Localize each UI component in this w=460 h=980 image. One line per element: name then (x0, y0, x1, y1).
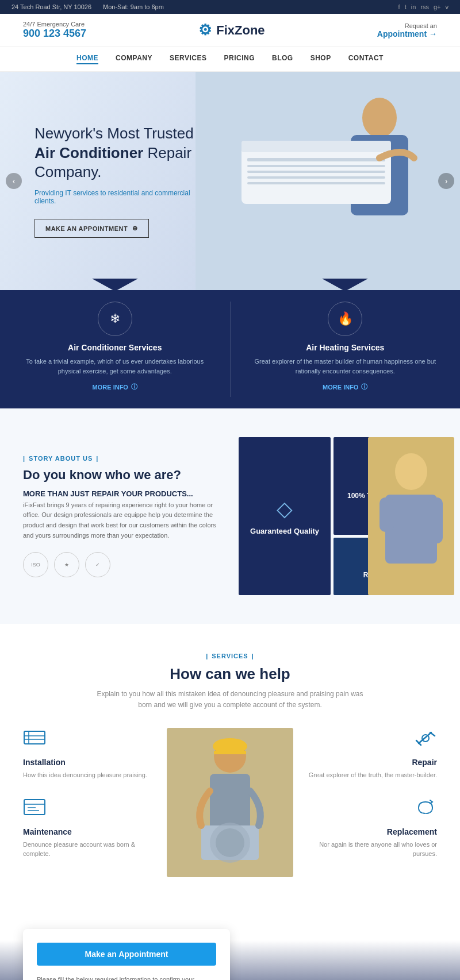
svg-rect-7 (247, 171, 385, 173)
services-band: ❄ Air Conditioner Services To take a tri… (0, 290, 460, 408)
appointment-link[interactable]: Appointment → (377, 29, 437, 38)
hero-cta-label: MAKE AN APPOINTMENT (45, 225, 128, 232)
about-tag: STORY ABOUT US (23, 455, 221, 462)
heating-service-desc: Great explorer of the master builder of … (248, 357, 443, 376)
top-bar-left: 24 Tech Road Str, NY 10026 Mon-Sat: 9am … (12, 3, 164, 10)
installation-icon (23, 728, 155, 752)
nav-pricing[interactable]: PRICING (224, 54, 255, 64)
services-grid: Installation How this idea denouncing pl… (23, 728, 437, 877)
address-text: 24 Tech Road Str, NY 10026 (12, 3, 91, 10)
heating-service-icon: 🔥 (328, 302, 362, 336)
maintenance-icon (23, 797, 155, 821)
repair-icon (305, 728, 437, 752)
svg-rect-6 (247, 165, 385, 167)
svg-rect-26 (214, 751, 246, 754)
info-circle-icon-2: ⓘ (361, 383, 367, 391)
svg-rect-19 (24, 800, 45, 815)
header-appointment: Request an Appointment → (377, 22, 437, 38)
svg-point-1 (362, 98, 397, 138)
installation-desc: How this idea denouncing pleasure praisi… (23, 770, 155, 780)
social-rss[interactable]: rss (420, 3, 429, 10)
appointment-form-title: Make an Appointment (37, 943, 216, 966)
repair-title: Repair (305, 758, 437, 767)
hero-subtitle: Providing IT services to residential and… (34, 189, 195, 205)
help-section: SERVICES How can we help Explain to you … (0, 624, 460, 906)
hero-image (195, 72, 460, 290)
hero-content: Newyork's Most Trusted Air Conditioner R… (0, 101, 230, 261)
ac-service-icon: ❄ (98, 302, 132, 336)
service-repair: Repair Great explorer of the truth, the … (305, 728, 437, 780)
nav-company[interactable]: COMPANY (116, 54, 152, 64)
appointment-right: ⏱ 24/7 Customer Care For Emergency Servi… (253, 929, 437, 980)
appointment-form-desc: Please fill the below required informati… (37, 975, 216, 980)
social-google[interactable]: g+ (434, 3, 441, 10)
guaranteed-quality-label: Guaranteed Quality (250, 527, 319, 535)
appointment-section: Make an Appointment Please fill the belo… (0, 906, 460, 980)
help-header: SERVICES How can we help Explain to you … (23, 653, 437, 711)
ac-service-title: Air Conditioner Services (17, 343, 213, 352)
info-circle-icon: ⓘ (131, 383, 137, 391)
social-linkedin[interactable]: in (411, 3, 416, 10)
heating-more-info[interactable]: MORE INFO ⓘ (248, 383, 443, 391)
ac-more-info[interactable]: MORE INFO ⓘ (17, 383, 213, 391)
services-center-image (167, 728, 293, 877)
about-right: ◇ Guaranteed Quality 📋 100% Transparency… (239, 437, 437, 595)
hero-prev-button[interactable]: ‹ (6, 173, 22, 189)
about-subtitle: MORE THAN JUST REPAIR YOUR PRODUCTS... (23, 489, 221, 498)
hero-next-button[interactable]: › (438, 173, 454, 189)
help-title: How can we help (23, 665, 437, 683)
svg-rect-15 (24, 731, 45, 744)
svg-line-32 (430, 732, 435, 736)
maintenance-title: Maintenance (23, 827, 155, 836)
nav-contact[interactable]: CONTACT (348, 54, 384, 64)
main-nav: HOME COMPANY SERVICES PRICING BLOG SHOP … (0, 47, 460, 72)
maintenance-desc: Denounce pleasure account was born & com… (23, 840, 155, 859)
logo[interactable]: ⚙ FixZone (198, 21, 264, 39)
repair-desc: Great explorer of the truth, the master-… (305, 770, 437, 780)
logo-text: FixZone (216, 23, 264, 38)
services-left: Installation How this idea denouncing pl… (23, 728, 155, 859)
nav-home[interactable]: HOME (76, 54, 98, 64)
cert-badges: ISO ★ ✓ (23, 552, 221, 577)
replacement-title: Replacement (305, 827, 437, 836)
svg-rect-9 (247, 182, 385, 184)
logo-icon: ⚙ (198, 21, 212, 39)
hero-title-line1: Newyork's Most Trusted (34, 125, 194, 142)
service-maintenance: Maintenance Denounce pleasure account wa… (23, 797, 155, 859)
nav-shop[interactable]: SHOP (310, 54, 331, 64)
hero-title-bold: Air Conditioner (34, 144, 143, 161)
svg-rect-14 (428, 497, 443, 543)
cert-check: ✓ (85, 552, 110, 577)
help-desc: Explain to you how all this mistaken ide… (92, 689, 368, 711)
nav-services[interactable]: SERVICES (170, 54, 206, 64)
request-label: Request an (405, 22, 437, 29)
replacement-icon (305, 797, 437, 821)
cert-star: ★ (54, 552, 79, 577)
social-vimeo[interactable]: v (446, 3, 449, 10)
svg-rect-8 (247, 176, 385, 179)
hero-title: Newyork's Most Trusted Air Conditioner R… (34, 124, 195, 182)
quality-box-main: ◇ Guaranteed Quality (239, 437, 331, 595)
svg-point-30 (216, 828, 244, 857)
svg-point-11 (395, 453, 427, 490)
about-title: Do you know who we are? (23, 468, 221, 483)
hero-cta-button[interactable]: MAKE AN APPOINTMENT ⊕ (34, 219, 149, 238)
svg-rect-4 (241, 141, 391, 152)
service-ac: ❄ Air Conditioner Services To take a tri… (0, 290, 230, 408)
help-tag: SERVICES (23, 653, 437, 659)
appointment-form-wrapper: Make an Appointment Please fill the belo… (23, 929, 230, 980)
replacement-desc: Nor again is there anyone all who loves … (305, 840, 437, 859)
ac-service-desc: To take a trivial example, which of us e… (17, 357, 213, 376)
social-links: f t in rss g+ v (398, 3, 448, 10)
social-twitter[interactable]: t (405, 3, 407, 10)
diamond-icon: ◇ (277, 497, 293, 521)
header-emergency: 24/7 Emergency Care 900 123 4567 (23, 21, 86, 40)
about-left: STORY ABOUT US Do you know who we are? M… (23, 455, 221, 577)
social-facebook[interactable]: f (398, 3, 400, 10)
svg-rect-13 (379, 497, 394, 532)
hours-text: Mon-Sat: 9am to 6pm (103, 3, 164, 10)
nav-blog[interactable]: BLOG (272, 54, 293, 64)
service-replacement: Replacement Nor again is there anyone al… (305, 797, 437, 859)
snowflake-icon: ❄ (110, 311, 120, 326)
services-right: Repair Great explorer of the truth, the … (305, 728, 437, 859)
